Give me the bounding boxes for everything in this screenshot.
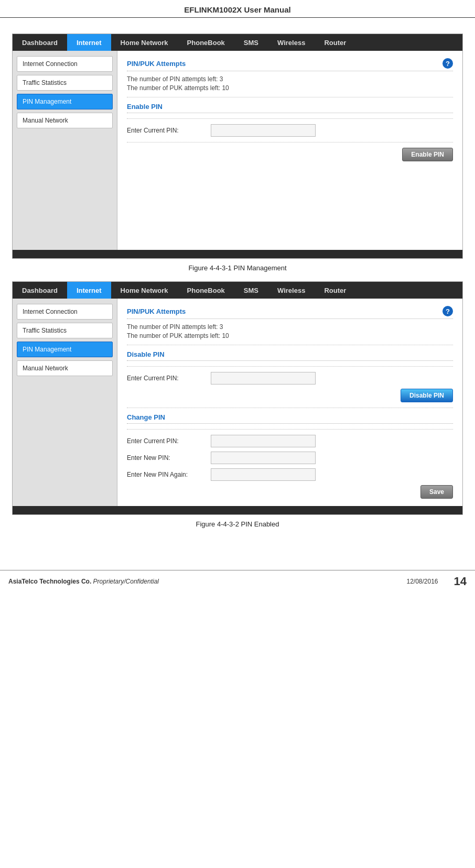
nav-sms-2[interactable]: SMS [234, 282, 268, 299]
disable-pin-btn-row-2: Disable PIN [127, 389, 453, 402]
help-icon-1[interactable]: ? [442, 58, 453, 69]
footer-page-number: 14 [454, 575, 467, 588]
disable-enter-current-pin-input-2[interactable] [211, 372, 316, 384]
pin-puk-section-title-1: PIN/PUK Attempts ? [127, 58, 453, 71]
page-header: EFLINKM1002X User Manual [0, 0, 475, 18]
sidebar-traffic-statistics-1[interactable]: Traffic Statistics [17, 75, 113, 91]
disable-enter-current-pin-row-2: Enter Current PIN: [127, 372, 453, 384]
figure-1-block: Dashboard Internet Home Network PhoneBoo… [12, 34, 463, 272]
pin-attempts-text-1: The number of PIN attempts left: 3 [127, 75, 453, 83]
enter-new-pin-again-input-2[interactable] [211, 468, 316, 481]
enable-pin-button-1[interactable]: Enable PIN [402, 148, 453, 161]
enter-current-pin-row-1: Enter Current PIN: [127, 124, 453, 137]
nav-internet-1[interactable]: Internet [67, 34, 111, 51]
router-ui-2: Dashboard Internet Home Network PhoneBoo… [12, 281, 463, 515]
enable-pin-btn-row-1: Enable PIN [127, 148, 453, 161]
content-area-2: Internet Connection Traffic Statistics P… [13, 299, 462, 506]
pin-puk-section-title-2: PIN/PUK Attempts ? [127, 306, 453, 319]
puk-attempts-text-1: The number of PUK attempts left: 10 [127, 84, 453, 92]
page-footer: AsiaTelco Technologies Co. Proprietary/C… [0, 570, 475, 592]
router-footer-2 [13, 506, 462, 514]
pin-attempts-text-2: The number of PIN attempts left: 3 [127, 323, 453, 331]
nav-wireless-2[interactable]: Wireless [268, 282, 315, 299]
footer-company: AsiaTelco Technologies Co. Proprietary/C… [8, 578, 159, 585]
main-panel-2: PIN/PUK Attempts ? The number of PIN att… [117, 299, 462, 506]
enter-current-pin-label-1: Enter Current PIN: [127, 127, 211, 134]
nav-internet-2[interactable]: Internet [67, 282, 111, 299]
change-enter-current-pin-input-2[interactable] [211, 435, 316, 447]
enter-current-pin-input-1[interactable] [211, 124, 316, 137]
enter-new-pin-label-2: Enter New PIN: [127, 454, 211, 462]
nav-dashboard-2[interactable]: Dashboard [13, 282, 67, 299]
router-ui-1: Dashboard Internet Home Network PhoneBoo… [12, 34, 463, 259]
change-enter-current-pin-label-2: Enter Current PIN: [127, 437, 211, 445]
figure-2-caption: Figure 4-4-3-2 PIN Enabled [12, 520, 463, 528]
nav-sms-1[interactable]: SMS [234, 34, 268, 51]
nav-phonebook-2[interactable]: PhoneBook [178, 282, 234, 299]
save-btn-row-2: Save [127, 485, 453, 499]
enable-pin-section-title-1: Enable PIN [127, 103, 453, 113]
sidebar-traffic-statistics-2[interactable]: Traffic Statistics [17, 323, 113, 338]
sidebar-manual-network-1[interactable]: Manual Network [17, 113, 113, 128]
disable-pin-section-title-2: Disable PIN [127, 350, 453, 361]
content-area-1: Internet Connection Traffic Statistics P… [13, 51, 462, 250]
help-icon-2[interactable]: ? [442, 306, 453, 316]
sidebar-2: Internet Connection Traffic Statistics P… [13, 299, 117, 506]
sidebar-pin-management-1[interactable]: PIN Management [17, 94, 113, 109]
sidebar-internet-connection-1[interactable]: Internet Connection [17, 56, 113, 72]
enter-new-pin-row-2: Enter New PIN: [127, 452, 453, 464]
sidebar-1: Internet Connection Traffic Statistics P… [13, 51, 117, 250]
footer-date: 12/08/2016 [406, 578, 438, 585]
puk-attempts-text-2: The number of PUK attempts left: 10 [127, 332, 453, 339]
sidebar-pin-management-2[interactable]: PIN Management [17, 342, 113, 357]
nav-phonebook-1[interactable]: PhoneBook [178, 34, 234, 51]
nav-home-network-2[interactable]: Home Network [111, 282, 178, 299]
enter-new-pin-again-row-2: Enter New PIN Again: [127, 468, 453, 481]
enter-new-pin-again-label-2: Enter New PIN Again: [127, 471, 211, 478]
router-footer-1 [13, 250, 462, 258]
top-nav-1: Dashboard Internet Home Network PhoneBoo… [13, 34, 462, 51]
top-nav-2: Dashboard Internet Home Network PhoneBoo… [13, 282, 462, 299]
sidebar-internet-connection-2[interactable]: Internet Connection [17, 304, 113, 320]
disable-pin-button-2[interactable]: Disable PIN [401, 389, 453, 402]
nav-router-1[interactable]: Router [315, 34, 355, 51]
nav-dashboard-1[interactable]: Dashboard [13, 34, 67, 51]
main-panel-1: PIN/PUK Attempts ? The number of PIN att… [117, 51, 462, 250]
sidebar-manual-network-2[interactable]: Manual Network [17, 360, 113, 376]
figure-2-block: Dashboard Internet Home Network PhoneBoo… [12, 281, 463, 528]
change-enter-current-pin-row-2: Enter Current PIN: [127, 435, 453, 447]
disable-enter-current-pin-label-2: Enter Current PIN: [127, 375, 211, 382]
nav-home-network-1[interactable]: Home Network [111, 34, 178, 51]
nav-router-2[interactable]: Router [315, 282, 355, 299]
change-pin-section-title-2: Change PIN [127, 413, 453, 424]
save-button-2[interactable]: Save [420, 485, 453, 499]
enter-new-pin-input-2[interactable] [211, 452, 316, 464]
nav-wireless-1[interactable]: Wireless [268, 34, 315, 51]
figure-1-caption: Figure 4-4-3-1 PIN Management [12, 264, 463, 272]
